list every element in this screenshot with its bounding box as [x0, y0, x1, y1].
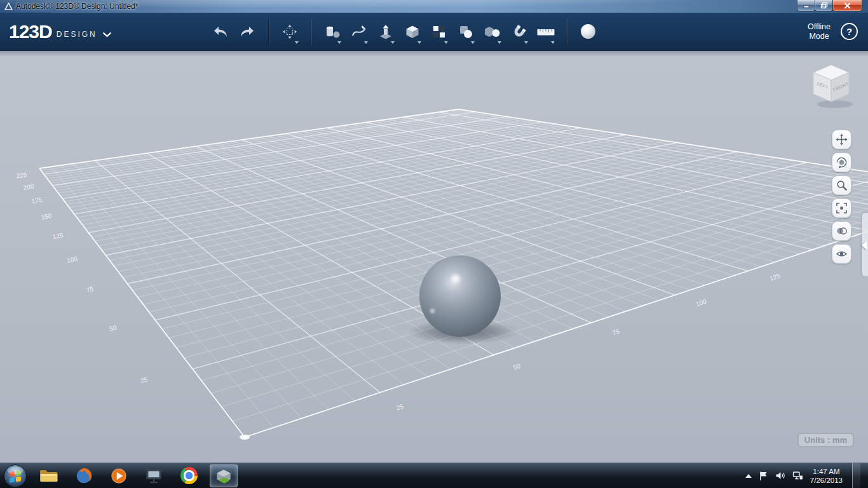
file-explorer-button[interactable]: [35, 464, 63, 487]
chevron-down-icon: [102, 32, 112, 37]
grid-plane: 2550751001251501752002550751001251501752…: [0, 51, 868, 463]
offline-line2: Mode: [808, 32, 831, 41]
modify-tool-button[interactable]: [399, 15, 426, 48]
undo-button[interactable]: [207, 15, 234, 48]
zoom-button[interactable]: [832, 175, 851, 195]
axis-label: 100: [695, 297, 708, 308]
windows-logo-icon: [3, 464, 27, 488]
redo-button[interactable]: [234, 15, 261, 48]
material-view-button[interactable]: [832, 221, 851, 241]
help-button[interactable]: ?: [841, 23, 858, 40]
windows-taskbar: 1:47 AM 7/26/2013: [0, 463, 868, 488]
axis-label: 25: [140, 376, 149, 384]
network-icon: [792, 471, 803, 480]
zoom-fit-button[interactable]: [832, 198, 851, 218]
grid-line: [53, 117, 507, 186]
show-desktop-button[interactable]: [852, 463, 860, 488]
axis-label: 75: [86, 285, 95, 294]
grid-line: [51, 167, 274, 428]
primitives-tool-button[interactable]: [319, 15, 346, 48]
window-titlebar[interactable]: Autodesk® 123D® Design: Untitled*: [0, 0, 868, 13]
action-center-button[interactable]: [759, 471, 768, 481]
side-panel-handle[interactable]: [862, 213, 868, 276]
group-tool-button[interactable]: [452, 15, 479, 48]
media-player-button[interactable]: [105, 464, 133, 487]
toolbar-separator: [567, 19, 567, 44]
presentation-icon: [144, 466, 163, 485]
firefox-button[interactable]: [70, 464, 98, 487]
appbar-right: Offline Mode ?: [808, 22, 868, 41]
grid-line: [51, 116, 501, 183]
start-button[interactable]: [3, 464, 27, 488]
play-icon: [109, 466, 128, 485]
visibility-button[interactable]: [832, 244, 851, 264]
grid-line: [311, 130, 787, 258]
axis-label: 75: [611, 328, 621, 337]
construct-tool-button[interactable]: [372, 15, 399, 48]
axis-label: 175: [31, 196, 43, 205]
clock-date: 7/26/2013: [810, 476, 843, 485]
axis-label: 50: [109, 324, 118, 332]
pattern-tool-button[interactable]: [426, 15, 452, 48]
grid-line: [43, 111, 470, 173]
combine-tool-button[interactable]: [479, 15, 506, 48]
app-menu-button[interactable]: 123D DESIGN: [0, 21, 112, 43]
restore-button[interactable]: [815, 0, 833, 11]
pan-button[interactable]: [832, 130, 851, 149]
grid-line: [118, 148, 712, 271]
axis-label: 125: [769, 272, 782, 282]
chrome-button[interactable]: [175, 464, 203, 487]
chrome-icon: [180, 467, 198, 484]
folder-icon: [39, 468, 58, 484]
presentation-app-button[interactable]: [140, 464, 168, 487]
grid-line: [41, 110, 465, 170]
autodesk-123d-design-window: Autodesk® 123D® Design: Untitled* 123D D…: [0, 0, 868, 488]
snap-tool-button[interactable]: [506, 15, 532, 48]
view-cube[interactable]: LEFT FRONT: [806, 61, 859, 112]
axis-label: 100: [66, 255, 78, 264]
grid-origin-marker: [240, 435, 250, 440]
view-navigation-toolbar: [832, 130, 851, 264]
axis-label: 125: [52, 231, 64, 240]
material-tool-button[interactable]: [575, 15, 602, 48]
window-controls: [797, 0, 862, 11]
grid-line: [77, 129, 590, 217]
measure-tool-button[interactable]: [532, 15, 559, 48]
clock-time: 1:47 AM: [813, 467, 839, 476]
offline-line1: Offline: [808, 22, 831, 32]
speaker-icon: [775, 471, 785, 480]
material-sphere-icon: [581, 24, 595, 39]
grid-line: [201, 178, 868, 381]
network-button[interactable]: [792, 471, 803, 480]
volume-button[interactable]: [775, 471, 785, 480]
main-toolbar: [207, 15, 602, 48]
app-window-icon: [4, 3, 13, 11]
flag-icon: [759, 471, 768, 481]
123d-design-icon: [214, 466, 233, 485]
logo-design: DESIGN: [57, 30, 97, 39]
grid-line: [319, 129, 800, 254]
chevron-up-icon: [745, 474, 752, 478]
axis-label: 200: [23, 182, 35, 191]
axis-label: 50: [512, 362, 522, 371]
orbit-button[interactable]: [832, 152, 851, 172]
3d-viewport[interactable]: 2550751001251501752002550751001251501752…: [0, 51, 868, 463]
sketch-tool-button[interactable]: [346, 15, 372, 48]
app-toolbar: 123D DESIGN: [0, 13, 868, 51]
transform-tool-button[interactable]: [276, 15, 303, 48]
show-hidden-icons-button[interactable]: [745, 474, 752, 478]
units-button[interactable]: Units : mm: [797, 433, 854, 447]
taskbar-apps: [35, 464, 238, 487]
taskbar-clock[interactable]: 1:47 AM 7/26/2013: [810, 467, 843, 485]
logo-123d: 123D: [9, 21, 52, 43]
window-title: Autodesk® 123D® Design: Untitled*: [16, 2, 138, 11]
123d-design-taskbar-button[interactable]: [210, 464, 238, 487]
axis-label: 25: [395, 403, 405, 412]
offline-mode-indicator: Offline Mode: [808, 22, 831, 41]
sphere-object[interactable]: [419, 255, 501, 337]
toolbar-separator: [311, 19, 311, 44]
grid-line: [403, 117, 868, 214]
minimize-button[interactable]: [797, 0, 815, 11]
grid-line: [39, 168, 245, 437]
close-button[interactable]: [832, 0, 862, 11]
